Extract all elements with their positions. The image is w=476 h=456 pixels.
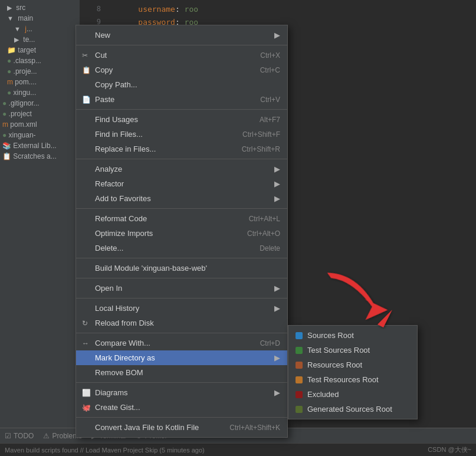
bottom-attribution: CSDN @大侠~ <box>428 445 471 454</box>
diagrams-arrow-icon: ▶ <box>274 388 280 397</box>
submenu-excluded[interactable]: Excluded <box>288 387 417 402</box>
favorites-arrow-icon: ▶ <box>274 194 280 203</box>
menu-convert-java[interactable]: Convert Java File to Kotlin File Ctrl+Al… <box>76 420 287 435</box>
menu-reformat[interactable]: Reformat Code Ctrl+Alt+L <box>76 211 287 226</box>
cut-icon: ✂ <box>82 51 88 60</box>
copy-icon: 📋 <box>82 66 91 74</box>
separator-5 <box>76 258 287 258</box>
tree-item-external-lib[interactable]: 📚 External Lib... <box>0 140 80 151</box>
bottom-message: Maven build scripts found // Load Maven … <box>5 447 205 454</box>
menu-create-gist[interactable]: 🐙 Create Gist... <box>76 400 287 415</box>
tree-expand-icon2: ▼ <box>14 25 21 32</box>
submenu-test-resources-root[interactable]: Test Resources Root <box>288 372 417 387</box>
menu-add-favorites[interactable]: Add to Favorites ▶ <box>76 191 287 206</box>
menu-find-in-files[interactable]: Find in Files... Ctrl+Shift+F <box>76 127 287 142</box>
tree-item-target[interactable]: 📁 target <box>0 45 80 55</box>
menu-open-in[interactable]: Open In ▶ <box>76 281 287 296</box>
menu-compare-with[interactable]: ↔ Compare With... Ctrl+D <box>76 336 287 350</box>
separator-4 <box>76 208 287 209</box>
menu-cut[interactable]: ✂ Cut Ctrl+X <box>76 48 287 63</box>
tree-file-icon: ● <box>7 57 11 65</box>
sources-root-icon <box>296 332 303 339</box>
menu-find-usages[interactable]: Find Usages Alt+F7 <box>76 112 287 127</box>
history-arrow-icon: ▶ <box>274 304 280 313</box>
menu-build-module[interactable]: Build Module 'xinguan-base-web' <box>76 261 287 275</box>
todo-icon: ☑ <box>5 432 11 440</box>
tree-proj-icon: ● <box>2 110 6 118</box>
compare-icon: ↔ <box>82 339 89 347</box>
tree-item-te[interactable]: ▶ te... <box>0 34 80 45</box>
tree-file4-icon: ● <box>2 131 6 139</box>
menu-copy[interactable]: 📋 Copy Ctrl+C <box>76 63 287 77</box>
tree-lib-icon: 📚 <box>2 142 11 150</box>
submenu-resources-root[interactable]: Resources Root <box>288 357 417 372</box>
separator-10 <box>76 417 287 418</box>
gist-icon: 🐙 <box>82 403 91 412</box>
tree-item-pom[interactable]: m pom.xml <box>0 119 80 130</box>
tree-folder-icon: 📁 <box>7 46 16 54</box>
menu-delete[interactable]: Delete... Delete <box>76 241 287 255</box>
problems-icon: ⚠ <box>43 432 50 440</box>
diagrams-icon: ⬜ <box>82 389 91 397</box>
scratches-icon: 📋 <box>2 152 11 160</box>
tree-file3-icon: ● <box>7 88 11 97</box>
tree-arrow-icon: ▶ <box>7 4 12 12</box>
excluded-icon <box>296 391 303 398</box>
tree-arrow2-icon: ▶ <box>14 36 19 44</box>
menu-local-history[interactable]: Local History ▶ <box>76 301 287 316</box>
status-todo[interactable]: ☑ TODO <box>5 432 34 440</box>
submenu-generated-sources-root[interactable]: Generated Sources Root <box>288 402 417 416</box>
tree-item-proje[interactable]: ● .proje... <box>0 66 80 77</box>
tree-git-icon: ● <box>2 99 6 107</box>
paste-icon: 📄 <box>82 96 91 104</box>
refactor-arrow-icon: ▶ <box>274 179 280 188</box>
separator-1 <box>76 45 287 45</box>
menu-paste[interactable]: 📄 Paste Ctrl+V <box>76 92 287 107</box>
analyze-arrow-icon: ▶ <box>274 165 280 173</box>
bottom-bar: Maven build scripts found // Load Maven … <box>0 443 476 456</box>
tree-file2-icon: ● <box>7 67 11 76</box>
tree-item-pom-inner[interactable]: m pom.... <box>0 77 80 87</box>
tree-item-classp[interactable]: ● .classp... <box>0 55 80 66</box>
test-resources-root-icon <box>296 376 303 383</box>
menu-new[interactable]: New ▶ <box>76 28 287 42</box>
submenu-test-sources-root[interactable]: Test Sources Root <box>288 343 417 357</box>
code-line-8: 8 username: roo <box>80 2 476 15</box>
menu-mark-directory[interactable]: Mark Directory as ▶ <box>76 350 287 365</box>
menu-analyze[interactable]: Analyze ▶ <box>76 162 287 176</box>
open-in-arrow-icon: ▶ <box>274 284 280 293</box>
resources-root-icon <box>296 362 303 369</box>
tree-item-project[interactable]: ● .project <box>0 109 80 119</box>
menu-copy-path[interactable]: Copy Path... <box>76 77 287 92</box>
separator-3 <box>76 159 287 159</box>
tree-item-xingu[interactable]: ● xingu... <box>0 87 80 98</box>
tree-item-scratches[interactable]: 📋 Scratches a... <box>0 151 80 162</box>
menu-optimize-imports[interactable]: Optimize Imports Ctrl+Alt+O <box>76 226 287 241</box>
reload-icon: ↻ <box>82 319 88 327</box>
menu-replace-in-files[interactable]: Replace in Files... Ctrl+Shift+R <box>76 142 287 156</box>
separator-7 <box>76 298 287 298</box>
menu-refactor[interactable]: Refactor ▶ <box>76 176 287 191</box>
file-tree: ▶ src ▼ main ▼ j... ▶ te... 📁 target ● <box>0 0 80 428</box>
submenu-arrow-icon: ▶ <box>274 31 280 40</box>
tree-maven-icon: m <box>7 78 13 86</box>
generated-sources-root-icon <box>296 406 303 413</box>
tree-maven2-icon: m <box>2 120 8 129</box>
submenu-sources-root[interactable]: Sources Root <box>288 328 417 343</box>
menu-remove-bom[interactable]: Remove BOM <box>76 365 287 380</box>
tree-item-main[interactable]: ▼ main <box>0 13 80 24</box>
tree-item-java[interactable]: ▼ j... <box>0 24 80 34</box>
separator-8 <box>76 333 287 333</box>
menu-reload[interactable]: ↻ Reload from Disk <box>76 316 287 330</box>
submenu-mark-directory: Sources Root Test Sources Root Resources… <box>288 325 418 419</box>
tree-item-xinguan[interactable]: ● xinguan- <box>0 130 80 140</box>
separator-6 <box>76 278 287 278</box>
mark-dir-arrow-icon: ▶ <box>274 353 280 362</box>
tree-expand-icon: ▼ <box>7 15 14 22</box>
menu-diagrams[interactable]: ⬜ Diagrams ▶ <box>76 385 287 400</box>
tree-item-gitignore[interactable]: ● .gitignor... <box>0 98 80 109</box>
context-menu: New ▶ ✂ Cut Ctrl+X 📋 Copy Ctrl+C Copy Pa… <box>75 25 288 438</box>
separator-2 <box>76 109 287 110</box>
tree-item-src[interactable]: ▶ src <box>0 2 80 13</box>
separator-9 <box>76 382 287 383</box>
